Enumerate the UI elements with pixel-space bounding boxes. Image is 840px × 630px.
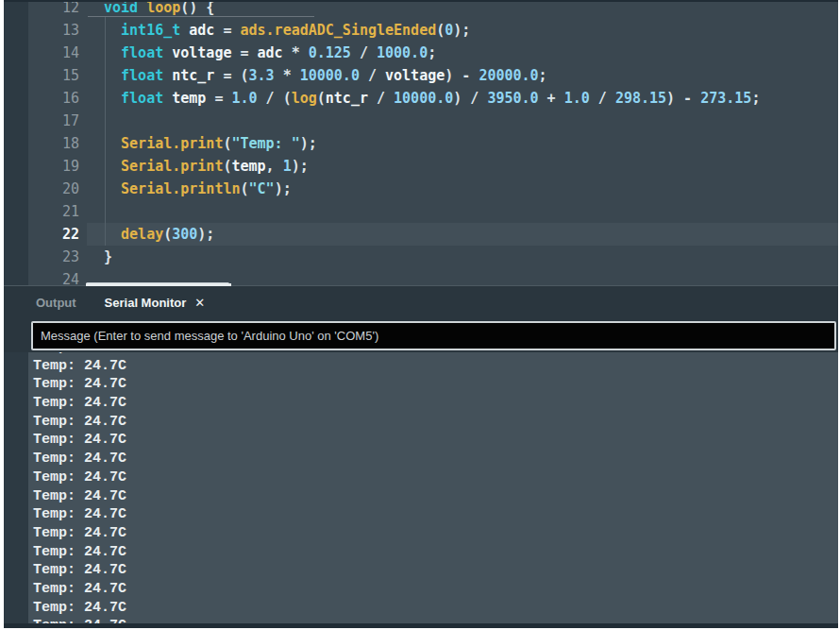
- code-token: [104, 67, 121, 84]
- serial-line: Temp: 24.7C: [33, 487, 838, 506]
- code-line[interactable]: [87, 200, 838, 223]
- code-editor[interactable]: 12131415161718192021222324 void loop() {…: [4, 2, 838, 285]
- line-number-gutter: 12131415161718192021222324: [28, 2, 87, 285]
- code-token: [138, 2, 146, 16]
- code-token: /: [590, 90, 615, 107]
- line-number: 18: [28, 132, 87, 155]
- line-number: 14: [28, 42, 87, 64]
- code-line[interactable]: float ntc_r = (3.3 * 10000.0 / voltage) …: [87, 64, 838, 87]
- code-token: }: [104, 248, 112, 265]
- code-line[interactable]: Serial.print("Temp: ");: [87, 132, 838, 155]
- code-token: [104, 22, 121, 39]
- serial-line: Temp: 24.7C: [33, 561, 838, 580]
- code-token: *: [283, 44, 309, 61]
- code-line[interactable]: Serial.print(temp, 1);: [87, 155, 838, 178]
- tab-output[interactable]: Output: [36, 286, 76, 319]
- code-token: adc: [258, 44, 283, 61]
- code-token: voltage: [172, 44, 231, 61]
- active-tab-indicator: [86, 283, 231, 286]
- code-token: Serial.println: [121, 180, 240, 197]
- app-window: 12131415161718192021222324 void loop() {…: [0, 0, 840, 630]
- code-token: ;: [428, 44, 436, 61]
- code-token: ;: [539, 67, 547, 84]
- code-token: temp: [172, 90, 206, 107]
- code-token: ) /: [453, 90, 487, 107]
- code-token: /: [351, 44, 377, 61]
- line-number: 13: [28, 19, 87, 42]
- serial-line: Temp: 24.7C: [33, 524, 838, 543]
- code-token: =: [206, 90, 231, 107]
- line-number: 23: [28, 246, 87, 268]
- code-token: 3.3: [249, 67, 275, 84]
- bottom-panel-tabbar: Output Serial Monitor ✕: [4, 285, 838, 319]
- code-token: float: [121, 44, 163, 61]
- serial-message-input[interactable]: [31, 321, 836, 350]
- code-token: );: [275, 180, 292, 197]
- code-token: (: [163, 226, 172, 243]
- serial-monitor-output[interactable]: Temp: 24.7CTemp: 24.7CTemp: 24.7CTemp: 2…: [4, 352, 838, 623]
- serial-message-row: [4, 319, 838, 352]
- serial-line: Temp: 24.7C: [33, 375, 838, 394]
- line-number: 22: [28, 223, 87, 246]
- code-token: 20000.0: [479, 67, 538, 84]
- code-token: ads.readADC_SingleEnded: [241, 22, 437, 39]
- code-token: loop: [146, 2, 180, 16]
- code-line[interactable]: int16_t adc = ads.readADC_SingleEnded(0)…: [87, 19, 838, 42]
- code-token: 273.15: [700, 90, 751, 107]
- code-token: delay: [121, 226, 163, 243]
- line-number: 16: [28, 87, 87, 110]
- code-token: /: [368, 90, 394, 107]
- serial-line: Temp: 24.7C: [33, 394, 838, 413]
- line-number: 12: [28, 2, 87, 19]
- code-token: [104, 158, 121, 175]
- line-number: 24: [28, 268, 87, 285]
- code-token: );: [300, 135, 317, 152]
- code-token: / (: [258, 90, 292, 107]
- sticky-scope-underline: [88, 16, 314, 17]
- code-line[interactable]: [87, 110, 838, 132]
- code-token: log: [292, 90, 317, 107]
- code-token: 0: [445, 22, 453, 39]
- code-token: void: [104, 2, 138, 16]
- code-token: ) -: [666, 90, 700, 107]
- line-number: 17: [28, 110, 87, 132]
- code-token: () {: [180, 2, 214, 16]
- code-token: 300: [172, 226, 197, 243]
- code-token: [163, 90, 172, 107]
- indent-guide: [105, 17, 106, 246]
- bottom-divider: [4, 623, 838, 628]
- close-icon[interactable]: ✕: [194, 296, 205, 310]
- code-token: +: [539, 90, 564, 107]
- code-token: ntc_r: [172, 67, 214, 84]
- code-token: float: [121, 90, 163, 107]
- code-token: [180, 22, 189, 39]
- code-token: [104, 180, 121, 197]
- code-token: /: [360, 67, 385, 84]
- code-line[interactable]: float voltage = adc * 0.125 / 1000.0;: [87, 42, 838, 64]
- code-token: );: [292, 158, 309, 175]
- code-token: (: [241, 180, 249, 197]
- code-token: 1: [283, 158, 292, 175]
- code-token: float: [121, 67, 163, 84]
- editor-left-margin: [4, 2, 28, 285]
- serial-line: Temp: 24.7C: [33, 357, 838, 376]
- code-token: adc: [189, 22, 214, 39]
- code-line[interactable]: }: [87, 246, 838, 268]
- code-line[interactable]: delay(300);: [87, 223, 838, 246]
- line-number: 20: [28, 178, 87, 200]
- code-token: Serial.print: [121, 135, 223, 152]
- code-area[interactable]: void loop() { int16_t adc = ads.readADC_…: [87, 2, 838, 285]
- code-token: 1.0: [231, 90, 257, 107]
- code-token: 10000.0: [394, 90, 453, 107]
- serial-line: Temp: 24.7C: [33, 413, 838, 432]
- code-line[interactable]: float temp = 1.0 / (log(ntc_r / 10000.0)…: [87, 87, 838, 110]
- code-token: *: [275, 67, 300, 84]
- tab-serial-monitor[interactable]: Serial Monitor: [105, 286, 187, 319]
- code-token: temp: [231, 158, 265, 175]
- code-token: Serial.print: [121, 158, 223, 175]
- serial-left-margin: [4, 352, 28, 623]
- code-token: ;: [751, 90, 760, 107]
- code-line[interactable]: Serial.println("C");: [87, 178, 838, 200]
- serial-line: Temp: 24.7C: [33, 450, 838, 468]
- code-token: int16_t: [121, 22, 180, 39]
